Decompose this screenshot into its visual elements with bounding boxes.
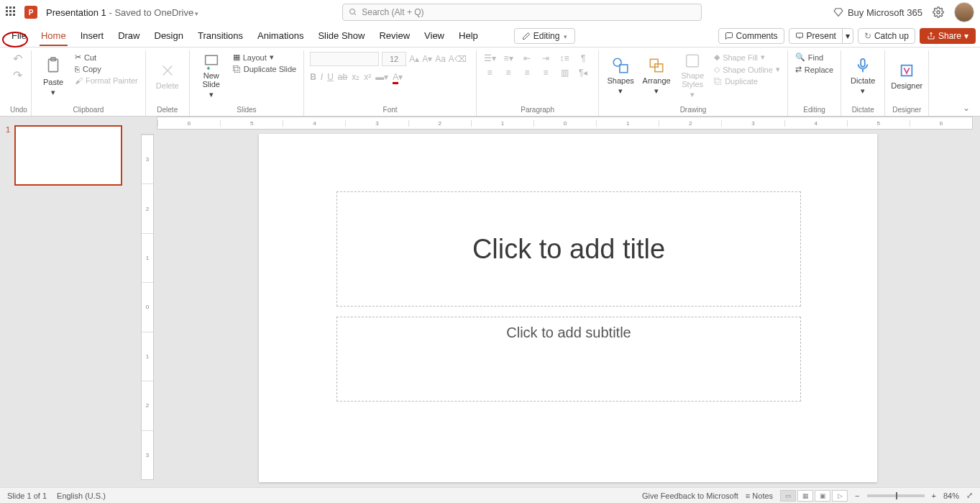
search-icon: [349, 8, 357, 17]
slideshow-view-button[interactable]: ▷: [832, 490, 848, 502]
arrange-button[interactable]: Arrange▾: [641, 52, 672, 99]
tab-view[interactable]: View: [417, 26, 452, 45]
designer-button[interactable]: Designer: [891, 52, 922, 99]
svg-rect-14: [620, 64, 628, 72]
replace-button[interactable]: ⇄Replace: [794, 64, 835, 75]
slide-thumbnails-panel: 1: [0, 117, 137, 487]
tab-slideshow[interactable]: Slide Show: [311, 26, 372, 45]
tab-help[interactable]: Help: [452, 26, 485, 45]
reading-view-button[interactable]: ▣: [815, 490, 830, 502]
italic-button[interactable]: I: [321, 72, 323, 82]
settings-button[interactable]: [933, 6, 944, 18]
shapes-icon: [611, 56, 630, 75]
sorter-view-button[interactable]: ▦: [797, 490, 813, 502]
layout-button[interactable]: ▦Layout ▾: [232, 52, 298, 63]
title-placeholder[interactable]: Click to add title: [336, 191, 801, 307]
tab-file[interactable]: File: [4, 26, 34, 45]
language-indicator[interactable]: English (U.S.): [57, 491, 106, 500]
numbering-button[interactable]: ≡▾: [501, 52, 516, 65]
superscript-button[interactable]: x²: [364, 72, 371, 82]
font-size-select[interactable]: 12: [382, 52, 406, 66]
tab-review[interactable]: Review: [372, 26, 417, 45]
bullets-button[interactable]: ☰▾: [482, 52, 497, 65]
undo-button[interactable]: ↶: [13, 52, 22, 65]
justify-button[interactable]: ≡: [539, 66, 553, 79]
notes-toggle[interactable]: ≡ Notes: [746, 491, 773, 500]
document-title[interactable]: Presentation 1 - Saved to OneDrive: [46, 7, 198, 18]
present-dropdown[interactable]: ▾: [842, 28, 853, 44]
group-label-designer: Designer: [891, 104, 922, 116]
underline-button[interactable]: U: [327, 72, 334, 82]
shape-outline-button[interactable]: ◇Shape Outline ▾: [713, 64, 782, 75]
line-spacing-button[interactable]: ↕≡: [557, 52, 572, 65]
slide-editor[interactable]: Click to add title Click to add subtitle: [259, 134, 877, 482]
dictate-button[interactable]: Dictate▾: [847, 52, 879, 99]
zoom-out-button[interactable]: −: [855, 491, 859, 500]
buy-microsoft-365-button[interactable]: Buy Microsoft 365: [833, 7, 922, 18]
shape-fill-button[interactable]: ◆Shape Fill ▾: [713, 52, 782, 63]
designer-icon: [899, 61, 915, 80]
zoom-level[interactable]: 84%: [943, 491, 959, 500]
align-right-button[interactable]: ≡: [520, 66, 534, 79]
align-center-button[interactable]: ≡: [501, 66, 516, 79]
search-input[interactable]: Search (Alt + Q): [342, 4, 702, 21]
font-color-button[interactable]: A▾: [393, 72, 403, 82]
redo-button[interactable]: ↷: [13, 68, 22, 82]
ribbon-collapse-button[interactable]: ⌄: [957, 100, 976, 116]
tab-draw[interactable]: Draw: [111, 26, 147, 45]
subscript-button[interactable]: x₂: [352, 72, 360, 82]
delete-button[interactable]: Delete: [152, 52, 183, 99]
feedback-link[interactable]: Give Feedback to Microsoft: [642, 491, 738, 500]
present-button[interactable]: Present ▾: [789, 28, 853, 44]
user-avatar[interactable]: [954, 2, 974, 22]
shapes-button[interactable]: Shapes▾: [605, 52, 636, 99]
tab-design[interactable]: Design: [147, 26, 191, 45]
normal-view-button[interactable]: ▭: [780, 490, 796, 502]
paste-button[interactable]: Paste▾: [37, 52, 69, 99]
rtl-button[interactable]: ¶◂: [576, 66, 590, 79]
change-case-icon[interactable]: Aa: [435, 54, 446, 64]
clear-format-icon[interactable]: A⌫: [449, 54, 467, 64]
increase-indent-button[interactable]: ⇥: [539, 52, 553, 65]
slide-counter[interactable]: Slide 1 of 1: [7, 491, 47, 500]
shape-styles-button[interactable]: Shape Styles▾: [677, 52, 708, 99]
duplicate-slide-button[interactable]: ⿻Duplicate Slide: [232, 64, 298, 74]
copy-button[interactable]: ⎘Copy: [73, 64, 139, 74]
comments-button[interactable]: Comments: [718, 28, 784, 44]
editing-mode-button[interactable]: Editing: [514, 28, 576, 44]
strike-button[interactable]: ab: [338, 72, 347, 82]
save-location: - Saved to OneDrive: [106, 7, 193, 18]
tab-insert[interactable]: Insert: [73, 26, 111, 45]
decrease-indent-button[interactable]: ⇤: [520, 52, 534, 65]
fit-to-window-button[interactable]: ⤢: [966, 491, 973, 500]
decrease-font-icon[interactable]: A▾: [422, 54, 432, 64]
slide-thumbnail-1[interactable]: [14, 125, 122, 186]
svg-rect-18: [861, 58, 865, 66]
increase-font-icon[interactable]: A▴: [409, 54, 419, 64]
duplicate-icon: ⿻: [714, 77, 722, 86]
share-button[interactable]: Share ▾: [920, 28, 976, 44]
tab-animations[interactable]: Animations: [250, 26, 311, 45]
zoom-slider[interactable]: [867, 494, 925, 497]
tab-transitions[interactable]: Transitions: [191, 26, 250, 45]
duplicate-shape-button[interactable]: ⿻Duplicate: [713, 76, 782, 86]
app-launcher-icon[interactable]: [6, 6, 17, 18]
svg-point-2: [937, 11, 940, 14]
find-button[interactable]: 🔍Find: [794, 52, 835, 63]
text-direction-button[interactable]: ¶: [576, 52, 590, 65]
zoom-in-button[interactable]: +: [932, 491, 936, 500]
replace-icon: ⇄: [795, 65, 802, 74]
cut-button[interactable]: ✂Cut: [73, 52, 139, 63]
font-family-select[interactable]: [310, 52, 379, 66]
format-painter-button[interactable]: 🖌Format Painter: [73, 76, 139, 86]
columns-button[interactable]: ▥: [557, 66, 572, 79]
comment-icon: [725, 32, 733, 40]
subtitle-placeholder[interactable]: Click to add subtitle: [336, 317, 801, 402]
tab-home[interactable]: Home: [34, 26, 73, 45]
bold-button[interactable]: B: [310, 72, 316, 82]
new-slide-button[interactable]: New Slide▾: [196, 52, 227, 99]
align-left-button[interactable]: ≡: [482, 66, 497, 79]
highlight-button[interactable]: ▬▾: [375, 72, 388, 82]
catchup-button[interactable]: ↻Catch up: [858, 28, 915, 44]
share-icon: [927, 32, 935, 40]
